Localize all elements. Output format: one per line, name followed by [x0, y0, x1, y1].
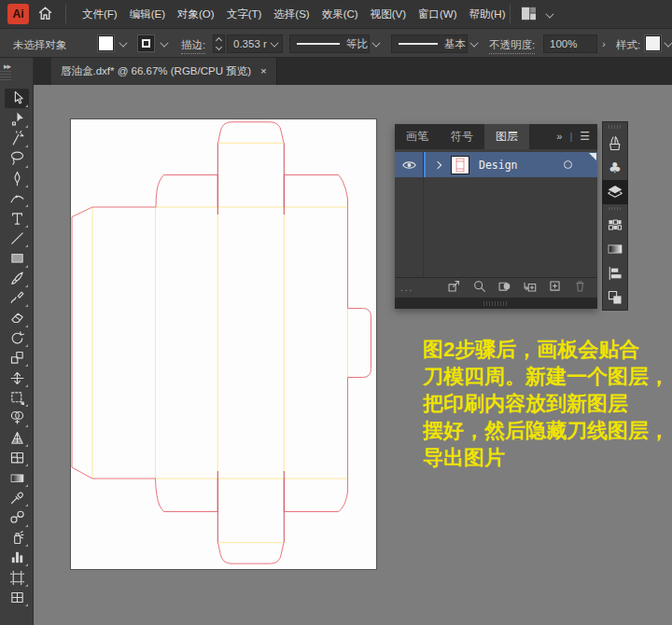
tool-gradient[interactable]: [5, 467, 29, 487]
tool-symbol-sprayer[interactable]: [5, 528, 29, 548]
document-tab[interactable]: 唇油盒.dxf* @ 66.67% (RGB/CPU 预览) ×: [51, 58, 277, 85]
menu-item-4[interactable]: 选择(S): [273, 7, 309, 21]
style-swatch[interactable]: [645, 35, 661, 51]
tool-slice[interactable]: [5, 588, 29, 607]
tool-shape-builder[interactable]: [5, 408, 29, 427]
dock-grip[interactable]: [609, 207, 622, 211]
menu-item-7[interactable]: 窗口(W): [418, 7, 457, 21]
tool-type[interactable]: [5, 208, 29, 228]
step-down-icon[interactable]: [216, 44, 222, 50]
curvature-icon: [9, 190, 25, 206]
layer-target-icon[interactable]: [564, 160, 572, 169]
tool-blend[interactable]: [5, 507, 29, 527]
tool-curvature[interactable]: [5, 188, 29, 208]
layer-row[interactable]: Design: [395, 152, 597, 177]
menu-item-1[interactable]: 编辑(E): [130, 7, 165, 21]
dock-swatches[interactable]: [602, 213, 628, 237]
tools-panel: ▸▸: [0, 58, 34, 625]
dock-artboards[interactable]: [602, 285, 628, 310]
divider: [510, 5, 511, 23]
dock-align[interactable]: [602, 261, 628, 285]
workspace-switcher[interactable]: [521, 7, 553, 21]
layers-panel: 画笔符号图层 » | ☰ Design ...: [395, 124, 597, 309]
opacity-input[interactable]: 100%: [543, 35, 597, 53]
tool-width[interactable]: [5, 368, 29, 387]
tool-paintbrush[interactable]: [5, 269, 29, 288]
tool-eyedropper[interactable]: [5, 488, 29, 507]
brush-dropdown[interactable]: 基本: [391, 35, 468, 53]
expand-arrow-icon[interactable]: [434, 160, 441, 168]
stroke-swatch[interactable]: [138, 35, 154, 51]
tool-lasso[interactable]: [5, 148, 29, 168]
dieline-cut: [218, 543, 285, 564]
tool-pen[interactable]: [5, 169, 29, 188]
fill-chevron-icon[interactable]: [119, 38, 127, 47]
profile-dropdown[interactable]: 等比: [289, 35, 370, 53]
panel-corner-marker: [589, 153, 596, 160]
menu-list: 文件(F)编辑(E)对象(O)文字(T)选择(S)效果(C)视图(V)窗口(W)…: [82, 0, 505, 28]
lasso-icon: [9, 150, 25, 166]
tool-scale[interactable]: [5, 348, 29, 368]
style-chevron-icon[interactable]: [664, 38, 672, 47]
menu-item-8[interactable]: 帮助(H): [469, 7, 506, 21]
tool-direct-selection[interactable]: [5, 108, 29, 128]
home-icon[interactable]: [37, 6, 53, 25]
stroke-chevron-icon[interactable]: [160, 38, 168, 47]
artboard[interactable]: [71, 119, 376, 569]
layer-name[interactable]: Design: [479, 159, 518, 172]
tool-perspective-grid[interactable]: [5, 428, 29, 448]
toolbar-grip[interactable]: [0, 71, 11, 82]
eye-icon: [402, 160, 416, 171]
menu-item-5[interactable]: 效果(C): [322, 7, 358, 21]
annotation-line-4: 摆好，然后隐藏刀线图层，: [423, 417, 672, 444]
tool-rectangle[interactable]: [5, 248, 29, 268]
stroke-stepper[interactable]: [213, 35, 225, 53]
search-icon[interactable]: [472, 279, 486, 297]
panel-tab-1[interactable]: 符号: [440, 124, 484, 149]
menu-item-2[interactable]: 对象(O): [177, 7, 215, 21]
tool-rotate[interactable]: [5, 328, 29, 348]
panel-tab-2[interactable]: 图层: [484, 124, 529, 149]
menu-item-6[interactable]: 视图(V): [371, 7, 406, 21]
app-logo[interactable]: Ai: [7, 4, 29, 24]
new-layer-icon[interactable]: [548, 279, 562, 297]
stroke-label[interactable]: 描边:: [181, 38, 205, 54]
tool-artboard[interactable]: [5, 567, 29, 587]
trash-icon[interactable]: [573, 279, 587, 297]
type-icon: [9, 211, 25, 227]
dock-grip[interactable]: [609, 125, 622, 129]
collect-export-icon[interactable]: [447, 279, 461, 297]
tool-magic-wand[interactable]: [5, 129, 29, 148]
panel-collapse-icon[interactable]: »: [556, 131, 562, 142]
visibility-cell[interactable]: [395, 160, 423, 171]
tool-line-segment[interactable]: [5, 229, 29, 248]
layer-thumbnail[interactable]: [451, 156, 469, 174]
dock-gradient[interactable]: [602, 237, 628, 261]
new-sublayer-icon[interactable]: [523, 279, 537, 297]
make-mask-icon[interactable]: [497, 279, 511, 297]
tool-free-transform[interactable]: [5, 388, 29, 408]
collapse-toolbar-icon[interactable]: ▸▸: [4, 62, 10, 71]
menu-item-3[interactable]: 文字(T): [227, 7, 262, 21]
brush-chevron-icon[interactable]: [469, 38, 478, 47]
opacity-label[interactable]: 不透明度:: [489, 38, 535, 54]
tool-eraser[interactable]: [5, 308, 29, 327]
opacity-more-arrow[interactable]: ›: [602, 38, 606, 49]
tab-close-icon[interactable]: ×: [260, 66, 267, 77]
fill-swatch[interactable]: [98, 35, 114, 51]
dock-layers[interactable]: [602, 180, 628, 204]
document-title: 唇油盒.dxf* @ 66.67% (RGB/CPU 预览): [61, 64, 251, 78]
panel-tab-0[interactable]: 画笔: [395, 124, 440, 149]
profile-chevron-icon[interactable]: [371, 38, 380, 47]
panel-menu-icon[interactable]: ☰: [580, 130, 590, 143]
tool-shaper[interactable]: [5, 288, 29, 308]
annotation-line-1: 图2步骤后，画板会贴合: [423, 336, 672, 363]
dock-symbols[interactable]: ♣: [602, 156, 628, 180]
dock-brushes[interactable]: [602, 132, 628, 156]
annotation-line-5: 导出图片: [423, 444, 672, 471]
menu-item-0[interactable]: 文件(F): [82, 7, 118, 21]
tool-selection[interactable]: [5, 89, 29, 108]
tool-column-graph[interactable]: [5, 548, 29, 567]
panel-resize-bar[interactable]: [395, 298, 597, 309]
tool-mesh[interactable]: [5, 448, 29, 467]
